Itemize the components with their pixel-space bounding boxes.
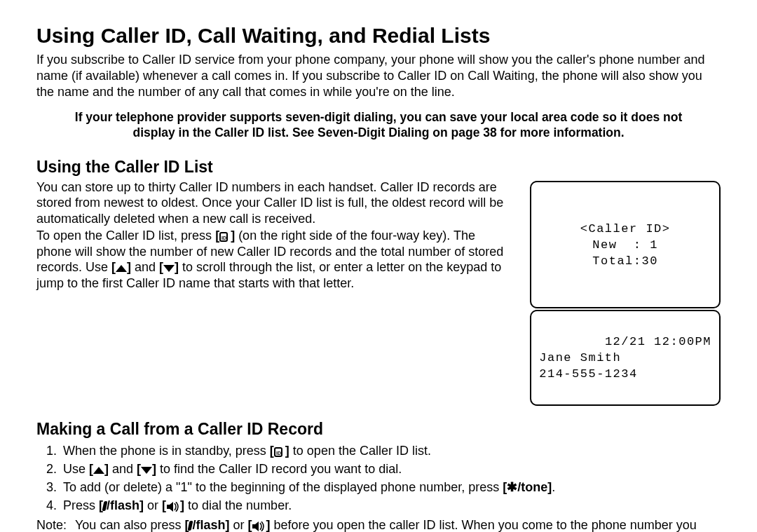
page-title: Using Caller ID, Call Waiting, and Redia… <box>36 24 721 48</box>
section-heading-make-call: Making a Call from a Caller ID Record <box>36 420 721 439</box>
step-1: When the phone is in standby, press [ID]… <box>60 442 721 460</box>
lcd-screen-record: 12/21 12:00PM Jane Smith 214-555-1234 <box>530 310 721 406</box>
step-4: Press [/flash] or [] to dial the number. <box>60 496 721 514</box>
speaker-icon <box>252 521 266 531</box>
lcd-screen-summary: <Caller ID>New : 1Total:30 <box>530 181 721 309</box>
svg-rect-6 <box>252 524 255 528</box>
section-heading-caller-id-list: Using the Caller ID List <box>36 158 721 177</box>
svg-marker-5 <box>170 502 173 512</box>
steps-list: When the phone is in standby, press [ID]… <box>36 442 721 514</box>
lcd-display-figure: <Caller ID>New : 1Total:30 12/21 12:00PM… <box>530 181 721 407</box>
svg-rect-4 <box>167 505 170 509</box>
note-paragraph: Note: You can also press [/flash] or [] … <box>36 517 721 532</box>
star-icon: ✱ <box>507 480 517 494</box>
svg-marker-7 <box>255 521 259 531</box>
step-3: To add (or delete) a "1" to the beginnin… <box>60 478 721 496</box>
svg-text:ID: ID <box>221 236 226 240</box>
step-2: Use [] and [] to find the Caller ID reco… <box>60 460 721 478</box>
svg-text:ID: ID <box>276 451 281 456</box>
caller-id-key-icon: ID <box>219 232 231 242</box>
caller-id-key-icon: ID <box>274 447 285 457</box>
section-body-caller-id-list: You can store up to thirty Caller ID num… <box>36 179 509 293</box>
up-arrow-icon <box>116 265 127 272</box>
up-arrow-icon <box>93 467 104 474</box>
down-arrow-icon <box>163 265 175 272</box>
s1-p2: To open the Caller ID list, press [ID] (… <box>36 228 509 291</box>
down-arrow-icon <box>141 467 152 474</box>
callout-note: If your telephone provider supports seve… <box>36 110 721 141</box>
intro-paragraph: If you subscribe to Caller ID service fr… <box>36 52 721 100</box>
s1-p1: You can store up to thirty Caller ID num… <box>36 179 509 227</box>
speaker-icon <box>166 502 180 512</box>
